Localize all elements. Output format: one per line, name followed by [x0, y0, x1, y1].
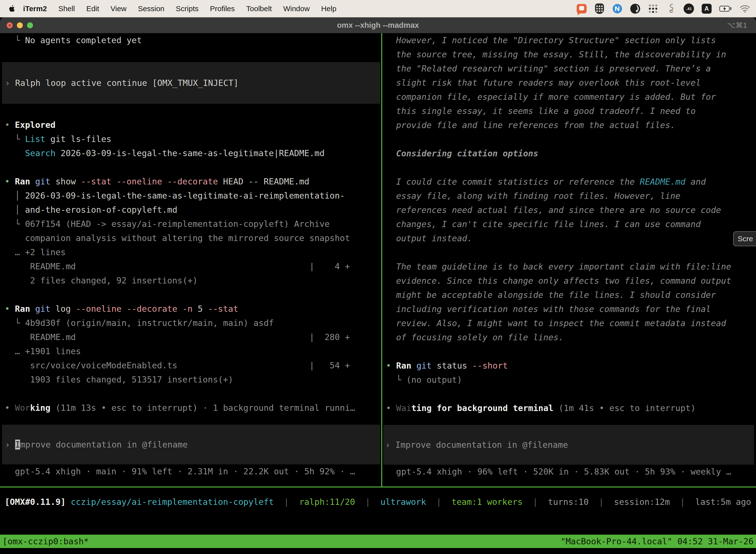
terminal-line: └ No agents completed yet: [0, 33, 381, 47]
menu-item-shell[interactable]: Shell: [53, 4, 81, 13]
menu-item-window[interactable]: Window: [277, 4, 315, 13]
terminal-line: [0, 47, 381, 62]
input-source-label: A: [702, 4, 712, 14]
terminal-line: changes, I can't cite specific file line…: [382, 217, 756, 231]
terminal-line: However, I noticed the "Directory Struct…: [382, 33, 756, 47]
menu-item-edit[interactable]: Edit: [81, 4, 105, 13]
menu-item-profiles[interactable]: Profiles: [204, 4, 240, 13]
terminal-line: provide file and line references from th…: [382, 118, 756, 132]
terminal-line: 1903 files changed, 513517 insertions(+): [0, 373, 381, 387]
terminal-line: companion analysis without altering the …: [0, 231, 381, 245]
tmux-session-label: [omx-cczip0:bash*: [2, 536, 89, 546]
terminal-line: │ and-the-erosion-of-copyleft.md: [0, 203, 381, 217]
terminal-line: └ (no output): [382, 373, 756, 387]
terminal-line: essay file, along with finding root file…: [382, 189, 756, 203]
window-shortcut: ⌥⌘1: [727, 21, 747, 30]
terminal-line: README.md | 4 +: [0, 259, 381, 274]
screen-tab[interactable]: Scre: [733, 231, 756, 246]
chat-app-icon[interactable]: [576, 3, 587, 14]
prompt-input-box[interactable]: › Ralph loop active continue [OMX_TMUX_I…: [2, 62, 380, 104]
prompt-input-box[interactable]: › Improve documentation in @filename: [2, 425, 380, 464]
terminal-line: [382, 344, 756, 359]
menu-bar: iTerm2ShellEditViewSessionScriptsProfile…: [0, 0, 756, 17]
terminal-line: gpt-5.4 xhigh · main · 91% left · 2.31M …: [0, 464, 381, 479]
terminal-line: I could cite commit statistics or refere…: [382, 175, 756, 189]
terminal-line: └ List git ls-files: [0, 132, 381, 146]
iterm-window: omx --xhigh --madmax ⌥⌘1 └ No agents com…: [0, 17, 756, 554]
terminal-line: • Ran git show --stat --oneline --decora…: [0, 174, 381, 189]
terminal-line: the "Related research writing" section i…: [382, 62, 756, 76]
window-title: omx --xhigh --madmax: [0, 21, 756, 30]
gauge-label: ..61: [684, 3, 694, 14]
wifi-icon[interactable]: [739, 3, 751, 14]
terminal-line: The team guideline is to back every impo…: [382, 260, 756, 274]
terminal-line: slight risk that future readers may over…: [382, 76, 756, 90]
terminal-line: including verification notes with those …: [382, 302, 756, 316]
terminal-line: │ 2026-03-09-is-legal-the-same-as-legiti…: [0, 189, 381, 203]
terminal-line: [0, 160, 381, 174]
terminal-line: [382, 161, 756, 175]
terminal-line: └ 067f154 (HEAD -> essay/ai-reimplementa…: [0, 217, 381, 231]
terminal-line: output instead.: [382, 231, 756, 245]
terminal-line: [382, 387, 756, 401]
terminal-line: references need actual files, and since …: [382, 203, 756, 217]
terminal-line: review. Also, I might want to inspect th…: [382, 316, 756, 330]
right-pane[interactable]: However, I noticed the "Directory Struct…: [382, 33, 756, 487]
terminal-line: • Waiting for background terminal (1m 41…: [382, 401, 756, 415]
terminal-line: companion file, especially if more comme…: [382, 90, 756, 104]
terminal-line: Search 2026-03-09-is-legal-the-same-as-l…: [0, 146, 381, 160]
omx-status-bar: [OMX#0.11.9] cczip/essay/ai-reimplementa…: [0, 495, 756, 509]
squiggle-app-icon[interactable]: [665, 3, 677, 14]
terminal-line: Considering citation options: [382, 147, 756, 161]
menu-items: iTerm2ShellEditViewSessionScriptsProfile…: [17, 4, 342, 13]
terminal-line: evidence. Since this change only affects…: [382, 274, 756, 288]
menu-item-view[interactable]: View: [105, 4, 132, 13]
dark-disc-icon[interactable]: [630, 3, 641, 14]
terminal-line: [0, 104, 381, 118]
terminal-line: … +2 lines: [0, 245, 381, 259]
menu-item-session[interactable]: Session: [132, 4, 170, 13]
terminal-line: • Ran git log --oneline --decorate -n 5 …: [0, 302, 381, 316]
terminal-line: [382, 132, 756, 147]
terminal-line: [0, 288, 381, 302]
terminal-line: of focusing solely on file lines.: [382, 330, 756, 344]
prompt-input-box[interactable]: › Improve documentation in @filename: [383, 425, 754, 465]
terminal[interactable]: └ No agents completed yet› Ralph loop ac…: [0, 33, 756, 554]
blue-badge-icon[interactable]: [612, 3, 623, 14]
shield-keypad-icon[interactable]: [594, 3, 605, 14]
terminal-line: the source tree, missing the essay. Stil…: [382, 47, 756, 62]
battery-percent-gauge-icon[interactable]: ..61: [683, 3, 694, 14]
terminal-line: gpt-5.4 xhigh · 96% left · 520K in · 5.8…: [382, 465, 756, 479]
terminal-line: [0, 387, 381, 401]
menu-item-help[interactable]: Help: [315, 4, 342, 13]
dots-grid-icon[interactable]: [647, 3, 659, 14]
battery-icon[interactable]: [719, 3, 733, 14]
menu-item-toolbelt[interactable]: Toolbelt: [241, 4, 277, 13]
input-source-a-icon[interactable]: A: [701, 3, 712, 14]
tmux-status-bar: [omx-cczip0:bash* "MacBook-Pro-44.local"…: [0, 535, 756, 548]
left-pane[interactable]: └ No agents completed yet› Ralph loop ac…: [0, 33, 381, 487]
pane-bottom-border: [0, 487, 756, 488]
status-icons: ..61 A: [576, 3, 756, 14]
terminal-line: [382, 245, 756, 260]
apple-logo-icon[interactable]: [9, 5, 15, 12]
terminal-line: src/voice/voiceModeEnabled.ts | 54 +: [0, 358, 381, 373]
screen-tab-label: Scre: [738, 234, 753, 243]
terminal-line: … +1901 lines: [0, 344, 381, 358]
menu-item-scripts[interactable]: Scripts: [170, 4, 204, 13]
title-bar[interactable]: omx --xhigh --madmax ⌥⌘1: [0, 17, 756, 33]
terminal-line: 2 files changed, 92 insertions(+): [0, 274, 381, 288]
terminal-line: README.md | 280 +: [0, 330, 381, 344]
tmux-host-clock: "MacBook-Pro-44.local" 04:52 31-Mar-26: [561, 536, 754, 546]
terminal-line: might be acceptable alongside the file l…: [382, 288, 756, 302]
terminal-line: this single essay, it seems like a good …: [382, 104, 756, 118]
terminal-line: • Ran git status --short: [382, 359, 756, 373]
menu-item-iterm2[interactable]: iTerm2: [17, 4, 53, 13]
terminal-line: • Explored: [0, 118, 381, 132]
terminal-line: └ 4b9d30f (origin/main, instructkr/main,…: [0, 316, 381, 330]
terminal-line: • Working (11m 13s • esc to interrupt) ·…: [0, 401, 381, 415]
